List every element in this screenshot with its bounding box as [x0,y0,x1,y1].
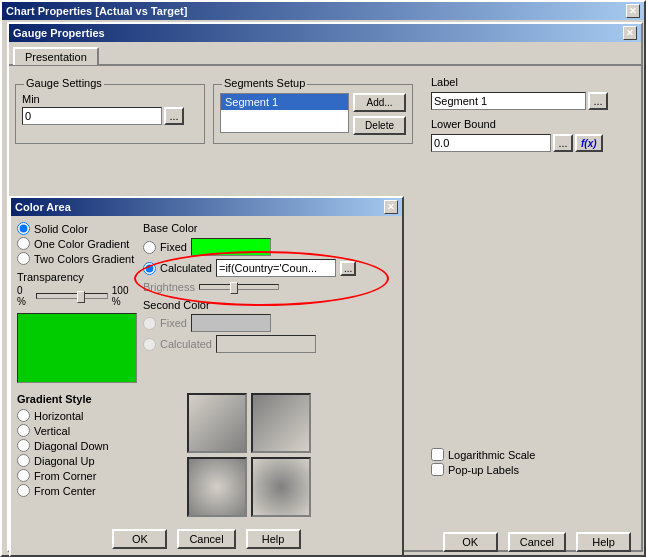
segment-1-item[interactable]: Segment 1 [221,94,348,110]
add-button[interactable]: Add... [353,93,406,112]
from-center-radio-item: From Center [17,484,157,497]
min-label: Min [22,93,198,105]
one-color-gradient-radio-item: One Color Gradient [17,237,137,250]
from-corner-label: From Corner [34,470,96,482]
transparency-section: Transparency 0 % 100 % [17,271,137,307]
outer-title-text: Chart Properties [Actual vs Target] [6,5,187,17]
solid-color-radio-item: Solid Color [17,222,137,235]
right-checkboxes: Logarithmic Scale Pop-up Labels [431,446,641,478]
popup-labels-label: Pop-up Labels [448,464,519,476]
calculated-formula-input[interactable] [216,259,336,277]
segments-list[interactable]: Segment 1 [220,93,349,133]
popup-labels-checkbox-item: Pop-up Labels [431,463,641,476]
vertical-label: Vertical [34,425,70,437]
second-fixed-row: Fixed [143,314,363,332]
base-color-title: Base Color [143,222,363,234]
color-area-body: Solid Color One Color Gradient Two Color… [11,216,402,389]
diagonal-down-label: Diagonal Down [34,440,109,452]
color-area-popup: Color Area ✕ Solid Color [9,196,404,557]
brightness-row: Brightness [143,281,363,293]
base-fixed-row: Fixed [143,238,363,256]
label-title: Label [431,76,641,88]
inner-window: Gauge Properties ✕ Presentation Gauge Se… [7,22,643,552]
segments-setup-label: Segments Setup [222,77,307,89]
segments-setup-group: Segments Setup Segment 1 Add... Delete [213,84,413,144]
horizontal-radio-item: Horizontal [17,409,157,422]
outer-close-button[interactable]: ✕ [626,4,640,18]
second-calculated-radio[interactable] [143,338,156,351]
vertical-radio[interactable] [17,424,30,437]
inner-close-button[interactable]: ✕ [623,26,637,40]
solid-color-label: Solid Color [34,223,88,235]
from-corner-radio[interactable] [17,469,30,482]
second-fixed-radio[interactable] [143,317,156,330]
from-corner-radio-item: From Corner [17,469,157,482]
vertical-radio-item: Vertical [17,424,157,437]
horizontal-radio[interactable] [17,409,30,422]
from-center-radio[interactable] [17,484,30,497]
base-color-panel: Base Color Fixed Calculated ... [143,222,363,383]
tab-presentation[interactable]: Presentation [13,47,99,65]
outer-title-bar: Chart Properties [Actual vs Target] ✕ [2,2,644,20]
tab-bar: Presentation [9,42,641,64]
logarithmic-scale-checkbox[interactable] [431,448,444,461]
lower-bound-input[interactable] [431,134,551,152]
gradient-tile-4[interactable] [251,457,311,517]
outer-window: Chart Properties [Actual vs Target] ✕ Ga… [0,0,646,557]
gradient-tile-1[interactable] [187,393,247,453]
formula-button[interactable]: f(x) [575,134,603,152]
inner-title-bar: Gauge Properties ✕ [9,24,641,42]
second-fixed-swatch[interactable] [191,314,271,332]
two-colors-gradient-radio-item: Two Colors Gradient [17,252,137,265]
solid-color-radio[interactable] [17,222,30,235]
gradient-tile-2[interactable] [251,393,311,453]
base-fixed-swatch[interactable] [191,238,271,256]
inner-title-text: Gauge Properties [13,27,105,39]
calculated-browse-button[interactable]: ... [340,261,356,276]
second-calculated-label: Calculated [160,338,212,350]
color-area-title-text: Color Area [15,201,71,213]
base-calculated-label: Calculated [160,262,212,274]
diagonal-down-radio-item: Diagonal Down [17,439,157,452]
content-area: Gauge Settings Min ... Segments Setup Se… [9,64,641,557]
transparency-slider[interactable] [36,293,107,299]
gradient-style-label: Gradient Style [17,393,157,405]
right-ok-button[interactable]: OK [443,532,498,552]
lower-bound-title: Lower Bound [431,118,641,130]
popup-help-button[interactable]: Help [246,529,301,549]
popup-labels-checkbox[interactable] [431,463,444,476]
popup-bottom-buttons: OK Cancel Help [11,523,402,555]
logarithmic-scale-label: Logarithmic Scale [448,449,535,461]
color-area-close-button[interactable]: ✕ [384,200,398,214]
transparency-min: 0 % [17,285,32,307]
min-input[interactable] [22,107,162,125]
min-browse-button[interactable]: ... [164,107,184,125]
diagonal-up-label: Diagonal Up [34,455,95,467]
gradient-style-panel: Gradient Style Horizontal Vertical [17,393,157,517]
transparency-max: 100 % [112,285,137,307]
gradient-style-radios: Horizontal Vertical Diagonal Down [17,409,157,497]
base-calculated-row: Calculated ... [143,259,363,277]
diagonal-up-radio[interactable] [17,454,30,467]
color-area-title-bar: Color Area ✕ [11,198,402,216]
one-color-gradient-radio[interactable] [17,237,30,250]
diagonal-down-radio[interactable] [17,439,30,452]
label-input[interactable] [431,92,586,110]
brightness-slider[interactable] [199,284,279,290]
lower-bound-browse-button[interactable]: ... [553,134,573,152]
right-bottom-buttons: OK Cancel Help [443,532,631,552]
two-colors-gradient-radio[interactable] [17,252,30,265]
label-browse-button[interactable]: ... [588,92,608,110]
logarithmic-scale-checkbox-item: Logarithmic Scale [431,448,641,461]
right-help-button[interactable]: Help [576,532,631,552]
popup-cancel-button[interactable]: Cancel [177,529,235,549]
base-fixed-radio[interactable] [143,241,156,254]
gauge-settings-label: Gauge Settings [24,77,104,89]
base-calculated-radio[interactable] [143,262,156,275]
gradient-tiles [187,393,311,517]
right-cancel-button[interactable]: Cancel [508,532,566,552]
delete-button[interactable]: Delete [353,116,406,135]
right-label-group: Label ... Lower Bound ... f(x) [431,76,641,152]
popup-ok-button[interactable]: OK [112,529,167,549]
gradient-tile-3[interactable] [187,457,247,517]
